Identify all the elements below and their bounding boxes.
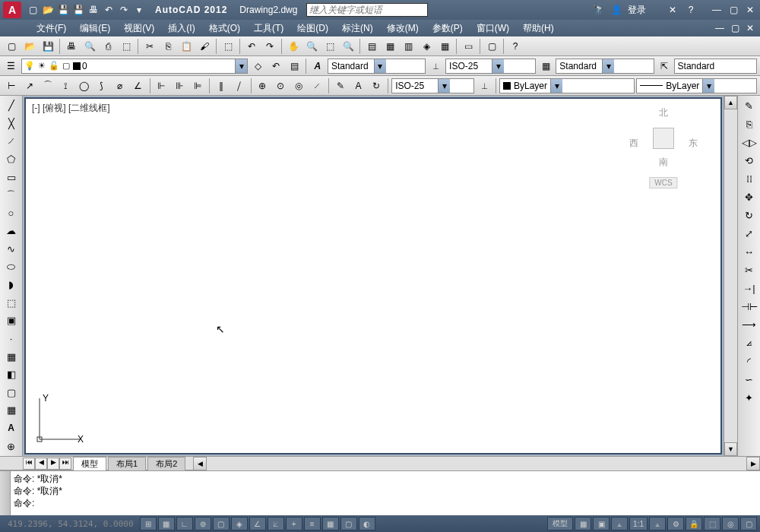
print-button[interactable]: 🖶 [63,38,80,55]
layer-iso-button[interactable]: ◇ [249,58,266,74]
scale-label[interactable]: 1:1 [629,517,648,530]
search-input[interactable] [306,3,428,17]
chamfer-icon[interactable]: ⦞ [740,334,758,351]
chevron-down-icon[interactable]: ▾ [492,59,504,73]
dim-arc-icon[interactable]: ⌒ [40,78,56,94]
exchange-icon[interactable]: ✕ [666,3,679,17]
cmd-prompt[interactable]: 命令: [14,497,757,509]
move-icon[interactable]: ✥ [740,188,758,205]
drawing-canvas[interactable]: [-] [俯视] [二维线框] 北 西 东 南 WCS ↖ Y X [24,97,722,454]
publish-button[interactable]: ⎙ [100,38,116,55]
dim-radius-icon[interactable]: ◯ [75,78,92,94]
dim-quick-icon[interactable]: ⊩ [153,78,169,94]
table-icon[interactable]: ▦ [2,402,21,419]
hatch-icon[interactable]: ▦ [2,348,21,365]
spline-icon[interactable]: ∿ [2,241,21,258]
3dosnap-toggle[interactable]: ◈ [231,517,248,530]
new-icon[interactable]: ▢ [26,3,40,17]
qat-more-icon[interactable]: ▾ [132,3,146,17]
scroll-track[interactable] [724,109,737,442]
gradient-icon[interactable]: ◧ [2,366,21,383]
array-icon[interactable]: ⁞⁞ [740,170,758,187]
block-button[interactable]: ⬚ [220,38,236,55]
zoom-prev-button[interactable]: 🔍 [340,38,356,55]
cmdline-button[interactable]: ▭ [460,38,477,55]
app-logo[interactable]: A [3,2,21,18]
ellipse-icon[interactable]: ⬭ [2,258,21,275]
tab-next-icon[interactable]: ▶ [47,458,59,470]
menu-modify[interactable]: 修改(M) [381,21,425,36]
polar-toggle[interactable]: ⊚ [195,517,211,530]
chevron-down-icon[interactable]: ▾ [374,59,386,73]
dimstyle2-combo[interactable]: ISO-25 ▾ [391,78,474,93]
offset-icon[interactable]: ⟲ [740,152,758,169]
dim-baseline-icon[interactable]: ⊪ [171,78,188,94]
dim-angular-icon[interactable]: ∠ [130,78,147,94]
dim-aligned-icon[interactable]: ↗ [21,78,38,94]
trim-icon[interactable]: ✂ [740,261,758,278]
dimstyle-icon[interactable]: ⟂ [427,58,444,74]
qp-toggle[interactable]: ▢ [340,517,357,530]
arc-icon[interactable]: ⌒ [2,187,21,204]
matchprop-button[interactable]: 🖌 [196,38,213,55]
toolpalette-button[interactable]: ▥ [400,38,416,55]
dim-break-icon[interactable]: ⧸ [231,78,248,94]
print-icon[interactable]: 🖶 [87,3,100,17]
tab-last-icon[interactable]: ⏭ [59,458,71,470]
model-space-label[interactable]: 模型 [547,517,573,530]
point-icon[interactable]: · [2,331,21,347]
undo-icon[interactable]: ↶ [102,3,116,17]
viewcube-south[interactable]: 南 [659,156,668,169]
scroll-down-icon[interactable]: ▼ [724,442,737,456]
stretch-icon[interactable]: ↔ [740,243,758,260]
tab-first-icon[interactable]: ⏮ [23,458,35,470]
dim-jogged-icon[interactable]: ⟆ [93,78,110,94]
dim-continue-icon[interactable]: ⊫ [189,78,206,94]
color-combo[interactable]: ByLayer ▾ [499,78,635,93]
user-icon[interactable]: 👤 [610,3,623,17]
xline-icon[interactable]: ╳ [2,116,21,132]
layer-props-button[interactable]: ☰ [3,58,20,74]
viewcube-west[interactable]: 西 [629,137,638,150]
menu-help[interactable]: 帮助(H) [517,21,560,36]
cleanscreen-button[interactable]: ▢ [483,38,500,55]
quickcalc-button[interactable]: ▦ [436,38,453,55]
circle-icon[interactable]: ○ [2,205,21,222]
minimize-icon[interactable]: — [710,3,724,17]
binoculars-icon[interactable]: 🔭 [591,3,605,17]
dim-edit-icon[interactable]: ✎ [332,78,349,94]
copy-button[interactable]: ⎘ [160,38,176,55]
blend-icon[interactable]: ∽ [740,371,758,388]
toolbar-lock-icon[interactable]: 🔒 [686,517,702,530]
menu-edit[interactable]: 编辑(E) [74,21,116,36]
preview-button[interactable]: 🔍 [81,38,98,55]
layer-prev-button[interactable]: ↶ [268,58,284,74]
tolerance-icon[interactable]: ⊕ [255,78,271,94]
tablestyle-icon[interactable]: ▦ [537,58,554,74]
menu-window[interactable]: 窗口(W) [470,21,515,36]
chevron-down-icon[interactable]: ▾ [235,59,247,73]
properties-button[interactable]: ▤ [363,38,380,55]
scale-icon[interactable]: ⤢ [740,225,758,242]
sc-toggle[interactable]: ◐ [359,517,375,530]
dim-ordinate-icon[interactable]: ⟟ [57,78,74,94]
lwt-toggle[interactable]: ≡ [304,517,321,530]
mleaderstyle-icon[interactable]: ⇱ [656,58,673,74]
inspect-icon[interactable]: ◎ [290,78,307,94]
menu-param[interactable]: 参数(P) [426,21,469,36]
osnap-toggle[interactable]: ▢ [213,517,230,530]
mtext-icon[interactable]: A [2,420,21,437]
linetype-combo[interactable]: ByLayer ▾ [636,78,757,93]
tablestyle-combo[interactable]: Standard ▾ [556,59,654,74]
otrack-toggle[interactable]: ∠ [249,517,266,530]
scroll-left-icon[interactable]: ◀ [193,457,207,470]
rectangle-icon[interactable]: ▭ [2,169,21,185]
mdi-minimize-icon[interactable]: — [713,21,727,35]
help-button[interactable]: ? [507,38,524,55]
tab-layout1[interactable]: 布局1 [108,457,146,470]
viewport-label[interactable]: [-] [俯视] [二维线框] [32,102,110,115]
dim-update-icon[interactable]: ↻ [368,78,385,94]
textstyle-icon[interactable]: A [309,58,326,74]
undo-button[interactable]: ↶ [243,38,260,55]
break-icon[interactable]: ⊣⊢ [740,298,758,315]
